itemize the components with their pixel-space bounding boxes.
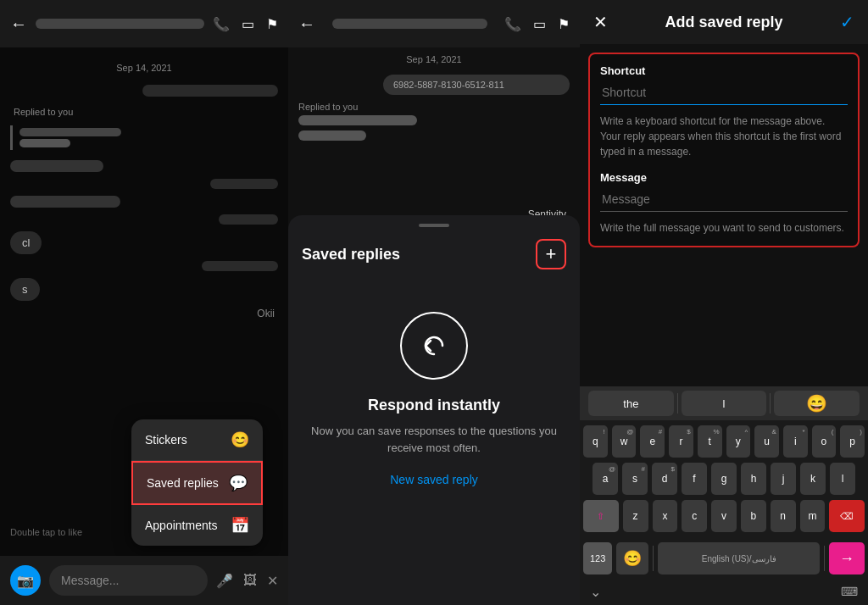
appointments-menu-item[interactable]: Appointments 📅 xyxy=(131,505,263,546)
suggestion-the[interactable]: the xyxy=(588,391,674,416)
stickers-icon: 😊 xyxy=(231,430,249,449)
confirm-button[interactable]: ✓ xyxy=(840,12,854,32)
blurred-msg xyxy=(298,130,366,141)
key-a[interactable]: a@ xyxy=(593,463,618,495)
message-input[interactable] xyxy=(600,189,848,212)
key-shift[interactable]: ⇧ xyxy=(583,500,619,532)
reply-arrow-icon xyxy=(419,330,449,361)
reply-box xyxy=(10,125,278,150)
key-h[interactable]: h xyxy=(741,463,766,495)
message-input[interactable]: Message... xyxy=(49,565,208,596)
message-bubble xyxy=(202,261,278,271)
key-i[interactable]: i* xyxy=(783,425,808,458)
key-r[interactable]: r$ xyxy=(669,425,693,458)
add-saved-reply-panel: ✕ Add saved reply ✓ Shortcut Write a key… xyxy=(580,0,868,605)
close-icon[interactable]: ✕ xyxy=(267,573,278,589)
message-bubble xyxy=(142,85,278,97)
empty-description: Now you can save responses to the questi… xyxy=(309,423,559,456)
key-emoji[interactable]: 😊 xyxy=(616,542,648,574)
key-m[interactable]: m xyxy=(800,500,826,532)
contact-name-blurred xyxy=(36,19,204,29)
mic-icon[interactable]: 🎤 xyxy=(216,573,233,589)
key-row-1: q! w@ e# r$ t% y^ u& i* o( p) xyxy=(583,425,865,458)
suggestion-l[interactable]: l xyxy=(682,391,767,416)
chat-panel: ← 📞 ▭ ⚑ Sep 14, 2021 Replied to you xyxy=(0,0,288,605)
flag-icon[interactable]: ⚑ xyxy=(558,16,570,32)
key-numbers[interactable]: 123 xyxy=(583,542,612,574)
key-u[interactable]: u& xyxy=(754,425,779,458)
back-icon[interactable]: ← xyxy=(10,14,27,34)
gallery-icon[interactable]: 🖼 xyxy=(243,573,257,589)
empty-state: Respond instantly Now you can save respo… xyxy=(288,278,580,503)
key-y[interactable]: y^ xyxy=(726,425,751,458)
saved-replies-label: Saved replies xyxy=(147,476,219,490)
video-icon[interactable]: ▭ xyxy=(242,16,254,32)
key-e[interactable]: e# xyxy=(640,425,665,458)
key-x[interactable]: x xyxy=(653,500,678,532)
flag-icon[interactable]: ⚑ xyxy=(266,16,278,32)
add-saved-reply-button[interactable]: + xyxy=(536,239,566,269)
input-icons: 🎤 🖼 ✕ xyxy=(216,573,278,589)
panel3-header: ✕ Add saved reply ✓ xyxy=(580,0,868,44)
new-saved-reply-link[interactable]: New saved reply xyxy=(390,473,478,486)
context-menu: Stickers 😊 Saved replies 💬 Appointments … xyxy=(131,419,263,546)
message-bubble xyxy=(10,160,103,172)
key-backspace[interactable]: ⌫ xyxy=(829,500,865,532)
message-hint: Write the full message you want to send … xyxy=(600,220,848,236)
sheet-header: Saved replies + xyxy=(288,227,580,278)
header-icons: 📞 ▭ ⚑ xyxy=(504,16,570,32)
key-d[interactable]: d$ xyxy=(652,463,677,495)
phone-number: 6982-5887-8130-6512-811 xyxy=(393,80,504,90)
appointments-label: Appointments xyxy=(145,519,218,532)
header-icons: 📞 ▭ ⚑ xyxy=(213,16,278,32)
call-icon[interactable]: 📞 xyxy=(213,16,230,32)
key-g[interactable]: g xyxy=(711,463,737,495)
panel3-title: Add saved reply xyxy=(665,14,782,31)
chat-header: ← 📞 ▭ ⚑ xyxy=(0,0,288,47)
cl-bubble: cl xyxy=(10,231,42,254)
keyboard: the l 😄 q! w@ e# r$ t% y^ u& i* o( p) a@ xyxy=(580,386,868,605)
key-space[interactable]: English (US)/فارسی xyxy=(658,542,820,574)
s-bubble: s xyxy=(10,278,40,301)
keyboard-settings-icon[interactable]: ⌨ xyxy=(841,585,858,598)
key-o[interactable]: o( xyxy=(812,425,837,458)
key-s[interactable]: s# xyxy=(622,463,648,495)
saved-replies-icon: 💬 xyxy=(229,474,248,492)
key-p[interactable]: p) xyxy=(840,425,865,458)
language-label: English (US)/فارسی xyxy=(702,554,776,563)
key-v[interactable]: v xyxy=(711,500,737,532)
shortcut-hint: Write a keyboard shortcut for the messag… xyxy=(600,114,848,159)
key-l[interactable]: l xyxy=(830,463,855,495)
key-t[interactable]: t% xyxy=(698,425,722,458)
keyboard-mic-row: ⌄ ⌨ xyxy=(580,580,868,605)
video-icon[interactable]: ▭ xyxy=(533,16,546,32)
key-q[interactable]: q! xyxy=(583,425,608,458)
close-button[interactable]: ✕ xyxy=(593,12,608,32)
key-w[interactable]: w@ xyxy=(612,425,637,458)
keyboard-down-icon[interactable]: ⌄ xyxy=(590,584,601,600)
keyboard-suggestions: the l 😄 xyxy=(580,386,868,420)
appointments-icon: 📅 xyxy=(231,516,249,535)
reply-icon-circle xyxy=(400,312,468,380)
double-tap-hint: Double tap to like xyxy=(10,527,82,537)
call-icon[interactable]: 📞 xyxy=(504,16,521,32)
panel2-header: ← 📞 ▭ ⚑ xyxy=(288,0,580,47)
back-icon[interactable]: ← xyxy=(298,14,315,34)
shortcut-label: Shortcut xyxy=(600,64,848,77)
shortcut-input[interactable] xyxy=(600,82,848,105)
key-f[interactable]: f xyxy=(682,463,707,495)
key-z[interactable]: z xyxy=(623,500,648,532)
key-j[interactable]: j xyxy=(771,463,796,495)
suggestion-emoji[interactable]: 😄 xyxy=(774,391,860,416)
key-n[interactable]: n xyxy=(771,500,796,532)
key-k[interactable]: k xyxy=(800,463,826,495)
camera-button[interactable]: 📷 xyxy=(10,565,41,596)
empty-title: Respond instantly xyxy=(368,397,500,414)
saved-replies-menu-item[interactable]: Saved replies 💬 xyxy=(131,461,263,505)
saved-replies-panel: ← 📞 ▭ ⚑ Sep 14, 2021 6982-5887-8130-6512… xyxy=(288,0,580,605)
key-b[interactable]: b xyxy=(741,500,766,532)
key-go[interactable]: → xyxy=(829,542,865,574)
stickers-menu-item[interactable]: Stickers 😊 xyxy=(131,419,263,461)
key-c[interactable]: c xyxy=(682,500,707,532)
chat-messages: Sep 14, 2021 Replied to you cl xyxy=(0,51,288,326)
